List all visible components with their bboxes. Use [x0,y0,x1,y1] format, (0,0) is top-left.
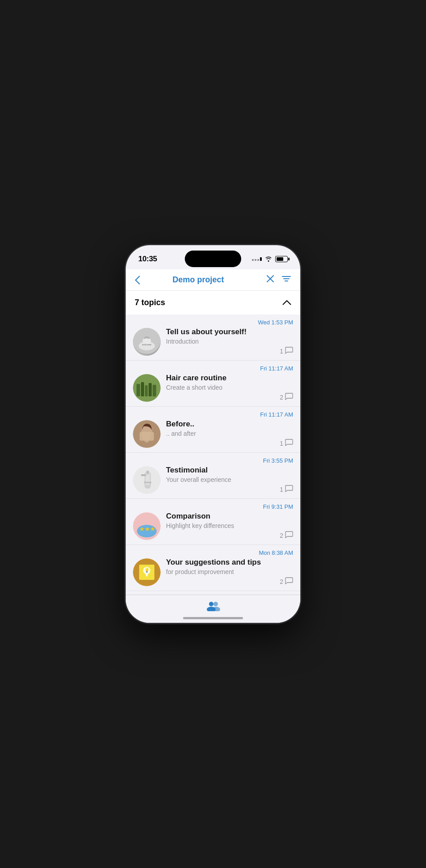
svg-text:💡: 💡 [144,567,150,573]
home-indicator [183,617,243,619]
topic-title: Comparison [166,512,293,521]
topic-timestamp-row: Fri 9:31 PM [133,503,293,510]
comment-count: 2 [280,532,283,539]
dynamic-island [185,251,241,267]
avatar: Cortrey [133,466,161,494]
battery-icon [275,256,288,262]
page-title: Demo project [130,275,266,285]
topic-footer: 1 [166,347,293,356]
topics-list: Wed 1:53 PM welcome Tell us about you [126,315,300,595]
topic-title: Hair care routine [166,374,293,383]
svg-rect-32 [146,575,148,576]
topic-comments: 1 [280,347,293,356]
svg-rect-9 [141,382,144,396]
comment-icon [285,347,293,356]
topic-comments: 1 [280,439,293,448]
topic-footer: 2 [166,531,293,540]
topic-title: Testimonial [166,466,293,475]
comment-count: 1 [280,440,283,447]
topic-footer: 1 [166,439,293,448]
topic-info: Your suggestions and tips for product im… [166,558,293,586]
app-content: Demo project 7 topics [126,269,300,623]
list-item[interactable]: Fri 11:17 AM Hair car [126,361,300,407]
svg-rect-8 [136,384,140,396]
topic-title: Tell us about yourself! [166,328,293,336]
topic-timestamp-row: Fri 11:17 AM [133,365,293,372]
topic-timestamp: Wed 1:53 PM [258,319,293,326]
list-item[interactable]: Mon 8:38 AM [126,545,300,591]
comment-icon [285,577,293,586]
phone-frame: 10:35 [126,245,300,623]
topic-comments: 2 [280,577,293,586]
comment-count: 1 [280,486,283,493]
header-actions [266,275,291,285]
topics-bar[interactable]: 7 topics [126,291,300,315]
topic-timestamp: Fri 3:55 PM [263,457,293,464]
svg-rect-11 [149,383,152,396]
comment-icon [285,439,293,448]
svg-text:★: ★ [150,525,156,532]
comment-icon [285,485,293,494]
svg-point-46 [209,602,213,606]
chevron-up-icon[interactable] [282,298,291,307]
topic-timestamp-row: Wed 1:53 PM [133,319,293,326]
topic-info: Comparison Highlight key differences 2 [166,512,293,540]
status-icons [252,255,288,263]
svg-rect-19 [146,471,149,474]
svg-rect-12 [153,385,156,396]
topic-timestamp: Mon 8:38 AM [259,549,293,556]
list-item[interactable]: Fri 11:17 AM Before.. .. [126,407,300,453]
topic-comments: 2 [280,393,293,402]
comment-icon [285,531,293,540]
topic-main-row: ★ ★ ★ Comparison Highlight key differenc… [133,512,293,540]
topic-info: Tell us about yourself! Introduction 1 [166,328,293,356]
topic-main-row: Before.. .. and after 1 [133,420,293,448]
avatar [133,420,161,448]
comment-count: 1 [280,348,283,355]
topic-info: Testimonial Your overall experience 1 [166,466,293,494]
svg-text:welcome: welcome [142,343,152,346]
avatar: 💡 [133,558,161,586]
svg-rect-15 [140,432,154,441]
comment-icon [285,393,293,402]
topic-subtitle: for product improvement [166,568,293,575]
avatar [133,374,161,402]
signal-icon [252,257,262,261]
comment-count: 2 [280,578,283,585]
svg-point-47 [213,602,218,606]
topic-subtitle: .. and after [166,430,293,437]
topic-title: Before.. [166,420,293,429]
header: Demo project [126,269,300,291]
topic-timestamp: Fri 11:17 AM [260,411,293,418]
topic-main-row: Cortrey Testimonial Your overall experie… [133,466,293,494]
people-tab[interactable] [206,600,220,614]
topic-timestamp: Fri 11:17 AM [260,365,293,372]
topic-subtitle: Your overall experience [166,476,293,483]
avatar: welcome [133,328,161,356]
topic-timestamp-row: Mon 8:38 AM [133,549,293,556]
people-icon [206,600,220,614]
filter-button[interactable] [281,275,291,285]
list-item[interactable]: Fri 9:15 PM [126,591,300,595]
svg-rect-10 [145,385,148,396]
topic-timestamp-row: Fri 11:17 AM [133,411,293,418]
list-item[interactable]: Fri 9:31 PM ★ ★ ★ Compar [126,499,300,545]
svg-rect-20 [141,474,146,476]
topic-subtitle: Create a short video [166,384,293,391]
topic-subtitle: Introduction [166,338,293,345]
topic-main-row: 💡 Your suggestions and tips for product … [133,558,293,586]
wifi-icon [264,255,273,263]
topic-timestamp: Fri 9:31 PM [263,503,293,510]
topic-subtitle: Highlight key differences [166,522,293,529]
topic-info: Hair care routine Create a short video 2 [166,374,293,402]
list-item[interactable]: Fri 3:55 PM Cortrey [126,453,300,499]
topic-footer: 2 [166,393,293,402]
topic-footer: 1 [166,485,293,494]
topic-title: Your suggestions and tips [166,558,293,567]
topic-timestamp-row: Fri 3:55 PM [133,457,293,464]
comment-count: 2 [280,394,283,401]
topic-info: Before.. .. and after 1 [166,420,293,448]
list-item[interactable]: Wed 1:53 PM welcome Tell us about you [126,315,300,361]
close-button[interactable] [266,275,274,285]
svg-text:Cortrey: Cortrey [144,481,152,484]
